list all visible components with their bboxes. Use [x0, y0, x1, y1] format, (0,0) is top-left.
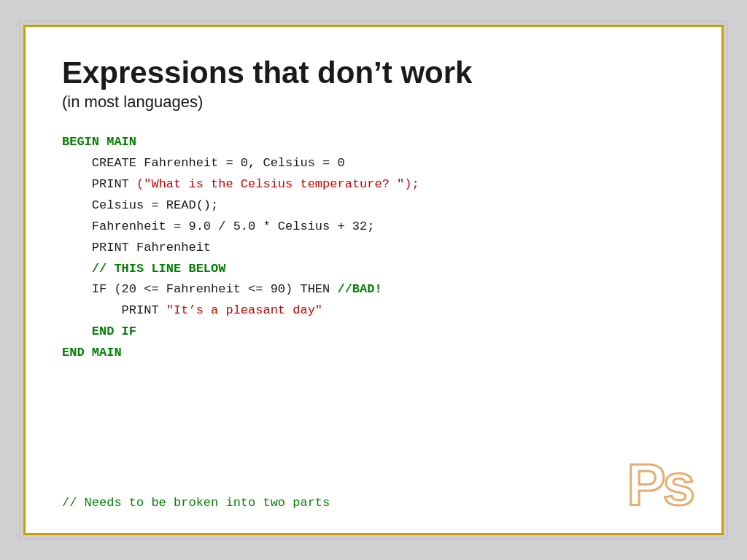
ps-watermark: Ps	[627, 451, 692, 518]
code-block: BEGIN MAIN CREATE Fahrenheit = 0, Celsiu…	[62, 132, 685, 364]
code-if-kw: IF (20 <= Fahrenheit <= 90) THEN	[62, 282, 337, 296]
code-celsius-read: Celsius = READ();	[62, 198, 218, 212]
code-line-fahrenheit-calc: Fahrenheit = 9.0 / 5.0 * Celsius + 32;	[62, 217, 685, 238]
code-line-end-main: END MAIN	[62, 343, 685, 364]
code-line-end-if: END IF	[62, 322, 685, 343]
code-line-print-fahrenheit: PRINT Fahrenheit	[62, 238, 685, 259]
code-line-print1: PRINT ("What is the Celsius temperature?…	[62, 174, 685, 195]
code-line-if: IF (20 <= Fahrenheit <= 90) THEN //BAD!	[62, 279, 685, 300]
code-line-create: CREATE Fahrenheit = 0, Celsius = 0	[62, 153, 685, 174]
code-print-pleasant-str: "It’s a pleasant day"	[166, 303, 322, 317]
code-if-bad-comment: //BAD!	[337, 282, 382, 296]
code-comment-this-line: // THIS LINE BELOW	[62, 262, 225, 276]
slide-subtitle: (in most languages)	[62, 93, 685, 112]
slide-title: Expressions that don’t work	[62, 56, 685, 90]
keyword-begin-main: BEGIN MAIN	[62, 135, 136, 149]
code-end-if: END IF	[62, 324, 136, 338]
code-print-fahrenheit: PRINT Fahrenheit	[62, 241, 211, 254]
code-print1-kw: PRINT	[62, 177, 136, 191]
code-end-main: END MAIN	[62, 346, 122, 359]
code-print-pleasant-kw: PRINT	[62, 303, 166, 317]
code-create: CREATE Fahrenheit = 0, Celsius = 0	[62, 156, 345, 170]
slide: Expressions that don’t work (in most lan…	[23, 25, 724, 535]
code-line-celsius-read: Celsius = READ();	[62, 195, 685, 217]
code-print1-str: ("What is the Celsius temperature? ");	[136, 177, 419, 191]
code-line-begin-main: BEGIN MAIN	[62, 132, 685, 153]
code-line-print-pleasant: PRINT "It’s a pleasant day"	[62, 300, 685, 322]
bottom-comment: // Needs to be broken into two parts	[62, 496, 330, 510]
code-fahrenheit-calc: Fahrenheit = 9.0 / 5.0 * Celsius + 32;	[62, 219, 374, 233]
code-line-comment-this-line: // THIS LINE BELOW	[62, 259, 685, 280]
